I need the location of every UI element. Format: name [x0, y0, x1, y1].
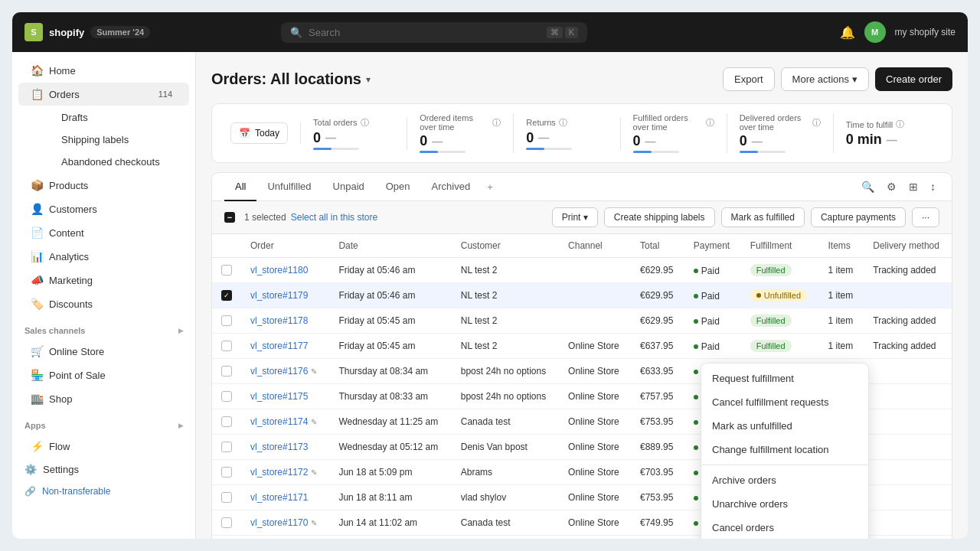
row-order-id[interactable]: vl_store#1178 [241, 308, 329, 334]
sidebar-item-non-transferable[interactable]: 🔗 Non-transferable [12, 481, 195, 502]
sidebar-item-point-of-sale[interactable]: 🏪 Point of Sale [18, 364, 189, 386]
row-order-id[interactable]: vl_store#1175 [241, 384, 329, 409]
row-checkbox[interactable] [221, 416, 232, 427]
notifications-icon[interactable]: 🔔 [840, 25, 855, 40]
row-checkbox[interactable] [221, 315, 232, 326]
row-checkbox[interactable] [221, 391, 232, 402]
columns-button[interactable]: ⊞ [905, 177, 922, 197]
mark-fulfilled-button[interactable]: Mark as fulfilled [721, 207, 805, 227]
search-input[interactable] [309, 27, 541, 38]
sidebar-item-settings[interactable]: ⚙️ Settings [12, 458, 195, 481]
print-button[interactable]: Print ▾ [552, 207, 598, 227]
th-payment[interactable]: Payment [684, 234, 741, 258]
row-order-id[interactable]: vl_store#1173 [241, 435, 329, 460]
today-button[interactable]: 📅 Today [230, 122, 288, 144]
more-actions-button[interactable]: More actions ▾ [781, 67, 869, 91]
export-button[interactable]: Export [723, 67, 775, 91]
row-order-id[interactable]: vl_store#1176✎ [241, 359, 329, 384]
th-delivery[interactable]: Delivery method [864, 234, 952, 258]
row-checkbox[interactable] [221, 517, 232, 528]
create-order-button[interactable]: Create order [875, 67, 952, 91]
total-orders-info-icon[interactable]: ⓘ [361, 117, 369, 129]
sidebar-item-customers[interactable]: 👤 Customers [18, 197, 189, 220]
row-checkbox-cell[interactable]: ✓ [212, 283, 241, 308]
row-order-id[interactable]: vl_store#1171 [241, 485, 329, 510]
row-order-id[interactable]: vl_store#1180 [241, 258, 329, 283]
row-checkbox[interactable] [221, 442, 232, 452]
row-checkbox-cell[interactable] [212, 384, 241, 409]
row-checkbox-cell[interactable] [212, 485, 241, 510]
row-order-id[interactable]: vl_store#1174✎ [241, 409, 329, 435]
time-to-fulfill-info-icon[interactable]: ⓘ [896, 119, 904, 130]
row-checkbox-cell[interactable] [212, 359, 241, 384]
menu-item-cancel-orders[interactable]: Cancel orders [701, 516, 868, 539]
sidebar-item-content[interactable]: 📄 Content [18, 221, 189, 244]
row-checkbox-cell[interactable] [212, 308, 241, 334]
sidebar-item-drafts[interactable]: Drafts [49, 106, 189, 129]
menu-item-archive-orders[interactable]: Archive orders [701, 468, 868, 492]
search-filter-button[interactable]: 🔍 [858, 177, 878, 197]
sidebar-item-analytics[interactable]: 📊 Analytics [18, 245, 189, 268]
fulfilled-info-icon[interactable]: ⓘ [706, 117, 714, 129]
select-all-checkbox[interactable]: − [224, 212, 235, 223]
th-date[interactable]: Date [329, 234, 451, 258]
menu-item-change-fulfillment-location[interactable]: Change fulfillment location [701, 438, 868, 461]
th-fulfillment[interactable]: Fulfillment [741, 234, 819, 258]
menu-item-cancel-fulfillment-requests[interactable]: Cancel fulfillment requests [701, 390, 868, 414]
row-checkbox-cell[interactable] [212, 409, 241, 435]
sidebar-item-home[interactable]: 🏠 Home [18, 59, 189, 82]
sidebar-item-orders[interactable]: 📋 Orders 114 [18, 83, 189, 106]
delivered-info-icon[interactable]: ⓘ [812, 117, 821, 129]
sidebar-item-online-store[interactable]: 🛒 Online Store [18, 340, 189, 363]
row-checkbox[interactable] [221, 265, 232, 276]
th-items[interactable]: Items [819, 234, 864, 258]
tab-all[interactable]: All [224, 173, 256, 201]
row-order-id[interactable]: vl_store#1169 [241, 536, 329, 540]
row-checkbox-cell[interactable] [212, 460, 241, 485]
sort-button[interactable]: ↕ [926, 177, 939, 197]
sidebar-item-discounts[interactable]: 🏷️ Discounts [18, 292, 189, 315]
row-checkbox[interactable] [221, 467, 232, 478]
expand-icon[interactable]: ▸ [178, 325, 183, 336]
sidebar-item-shop[interactable]: 🏬 Shop [18, 387, 189, 410]
th-total[interactable]: Total [631, 234, 684, 258]
location-dropdown-icon[interactable]: ▾ [366, 74, 371, 85]
row-order-id[interactable]: vl_store#1179 [241, 283, 329, 308]
menu-item-request-fulfillment[interactable]: Request fulfillment [701, 367, 868, 390]
add-tab-button[interactable]: + [481, 174, 499, 201]
row-checkbox[interactable] [221, 492, 232, 503]
row-checkbox-cell[interactable] [212, 510, 241, 536]
returns-info-icon[interactable]: ⓘ [559, 117, 567, 129]
th-channel[interactable]: Channel [559, 234, 631, 258]
row-checkbox[interactable]: ✓ [221, 290, 232, 301]
search-bar[interactable]: 🔍 ⌘ K [281, 22, 587, 43]
menu-item-unarchive-orders[interactable]: Unarchive orders [701, 492, 868, 516]
row-checkbox-cell[interactable] [212, 536, 241, 540]
tab-archived[interactable]: Archived [421, 173, 482, 201]
sidebar-item-marketing[interactable]: 📣 Marketing [18, 269, 189, 292]
tab-unpaid[interactable]: Unpaid [322, 173, 375, 201]
apps-expand-icon[interactable]: ▸ [178, 420, 183, 431]
row-order-id[interactable]: vl_store#1172✎ [241, 460, 329, 485]
capture-payments-button[interactable]: Capture payments [811, 207, 906, 227]
sidebar-item-flow[interactable]: ⚡ Flow [18, 435, 189, 458]
row-order-id[interactable]: vl_store#1170✎ [241, 510, 329, 536]
row-order-id[interactable]: vl_store#1177 [241, 334, 329, 359]
row-checkbox-cell[interactable] [212, 435, 241, 460]
create-shipping-labels-button[interactable]: Create shipping labels [604, 207, 715, 227]
sidebar-item-shipping-labels[interactable]: Shipping labels [49, 129, 189, 151]
more-selection-actions-button[interactable]: ··· [912, 207, 939, 227]
row-checkbox-cell[interactable] [212, 258, 241, 283]
row-checkbox-cell[interactable] [212, 334, 241, 359]
select-all-link[interactable]: Select all in this store [291, 212, 377, 223]
sidebar-item-products[interactable]: 📦 Products [18, 174, 189, 197]
tab-unfulfilled[interactable]: Unfulfilled [256, 173, 322, 201]
menu-item-mark-as-unfulfilled[interactable]: Mark as unfulfilled [701, 414, 868, 438]
row-checkbox[interactable] [221, 341, 232, 351]
tab-open[interactable]: Open [375, 173, 421, 201]
filter-button[interactable]: ⚙ [883, 177, 900, 197]
ordered-items-info-icon[interactable]: ⓘ [492, 117, 501, 129]
sidebar-item-abandoned-checkouts[interactable]: Abandoned checkouts [49, 151, 189, 173]
row-checkbox[interactable] [221, 366, 232, 377]
th-order[interactable]: Order [241, 234, 329, 258]
